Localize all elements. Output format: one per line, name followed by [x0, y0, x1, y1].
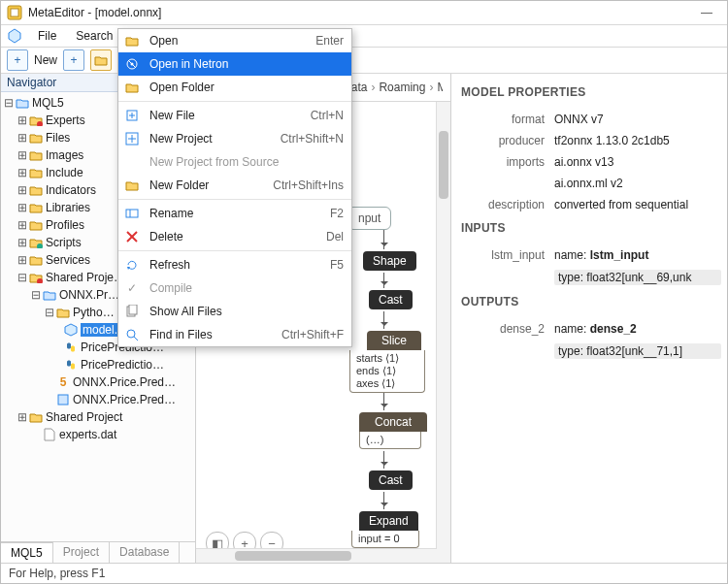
svg-rect-23 [129, 305, 137, 314]
nav-tab-database[interactable]: Database [110, 542, 180, 563]
file-icon [42, 428, 57, 441]
open-folder-button[interactable] [90, 49, 112, 71]
tree-item[interactable]: Shared Proje… [46, 271, 125, 284]
ctx-compile: ✓Compile [118, 276, 351, 300]
onnx-file-icon [63, 323, 79, 337]
tree-item[interactable]: Profiles [46, 218, 84, 232]
tree-item[interactable]: Include [46, 166, 83, 179]
prop-val: name: dense_2 [554, 322, 721, 336]
graph-node[interactable]: Cast [369, 290, 413, 309]
prop-key: lstm_input [461, 248, 554, 262]
ctx-new-project-source: New Project from Source [118, 150, 351, 174]
ctx-show-all-files[interactable]: Show All Files [118, 300, 351, 323]
graph-node[interactable]: Concat [359, 412, 427, 432]
graph-input[interactable]: nput [347, 207, 391, 230]
vertical-scrollbar[interactable] [436, 102, 450, 563]
menu-file[interactable]: File [34, 27, 60, 45]
tree-item[interactable]: Images [46, 148, 83, 162]
svg-point-24 [127, 330, 135, 338]
tree-item[interactable]: PricePredictio… [81, 358, 164, 372]
ctx-new-file[interactable]: New FileCtrl+N [118, 104, 351, 127]
nav-tab-project[interactable]: Project [53, 542, 110, 563]
new-plus-button[interactable]: + [63, 49, 84, 71]
graph-node-detail: starts ⟨1⟩ends ⟨1⟩axes ⟨1⟩ [349, 350, 425, 393]
prop-key: format [461, 113, 554, 126]
new-file-button[interactable]: + [7, 49, 28, 71]
ctx-refresh[interactable]: RefreshF5 [118, 253, 351, 276]
files-icon [122, 303, 142, 320]
folder-icon [122, 79, 142, 96]
hex-icon [7, 28, 22, 44]
prop-val: name: lstm_input [554, 248, 721, 262]
ctx-open[interactable]: OpenEnter [118, 29, 351, 52]
section-inputs: INPUTS [461, 221, 721, 235]
svg-rect-7 [58, 395, 68, 405]
rename-icon [122, 205, 142, 222]
open-file-icon [122, 32, 142, 49]
window-title: MetaEditor - [model.onnx] [28, 6, 161, 19]
ctx-new-project[interactable]: New ProjectCtrl+Shift+N [118, 127, 351, 150]
crumb[interactable]: MetaQu… [437, 81, 443, 94]
graph-node[interactable]: Slice [367, 331, 421, 350]
tree-item[interactable]: Experts [46, 114, 85, 127]
search-icon [122, 326, 142, 343]
prop-val: type: float32[unk__71,1] [554, 343, 721, 359]
prop-val: converted from sequential [554, 198, 721, 211]
nav-tab-mql5[interactable]: MQL5 [1, 541, 53, 563]
crumb[interactable]: Roaming [379, 81, 425, 94]
svg-rect-1 [11, 9, 18, 16]
prop-val: tf2onnx 1.13.0 2c1db5 [554, 134, 721, 147]
python-file-icon [63, 341, 79, 354]
tree-item[interactable]: Indicators [46, 183, 96, 197]
new-folder-icon [122, 177, 142, 194]
properties-panel: MODEL PROPERTIES formatONNX v7 producert… [451, 74, 727, 563]
tree-item[interactable]: Scripts [46, 236, 82, 249]
check-icon: ✓ [122, 279, 142, 297]
delete-icon [122, 228, 142, 245]
python-file-icon [63, 358, 79, 372]
tree-item[interactable]: Libraries [46, 201, 90, 214]
prop-val: ai.onnx.ml v2 [554, 177, 721, 190]
ctx-open-in-netron[interactable]: Open in Netron [118, 52, 351, 76]
graph-node[interactable]: Cast [369, 470, 413, 490]
tree-item[interactable]: experts.dat [59, 428, 116, 441]
app-icon [7, 5, 22, 20]
ctx-open-folder[interactable]: Open Folder [118, 76, 351, 99]
graph-node-detail: (…) [359, 432, 421, 449]
new-project-icon [122, 130, 142, 147]
graph-node-detail: input = 0 [351, 531, 419, 548]
prop-val: type: float32[unk__69,unk [554, 270, 721, 285]
svg-rect-17 [126, 210, 138, 217]
refresh-icon [122, 256, 142, 274]
tree-item[interactable]: ONNX.Pr… [59, 288, 119, 302]
project-file-icon [55, 393, 71, 406]
prop-key: dense_2 [461, 322, 554, 336]
status-text: For Help, press F1 [9, 567, 105, 580]
tree-root[interactable]: MQL5 [32, 96, 64, 110]
section-model-properties: MODEL PROPERTIES [461, 85, 721, 99]
ctx-new-folder[interactable]: New FolderCtrl+Shift+Ins [118, 174, 351, 197]
prop-val: ai.onnx v13 [554, 155, 721, 169]
svg-marker-6 [65, 324, 77, 336]
tree-item[interactable]: Services [46, 253, 90, 267]
tree-item[interactable]: ONNX.Price.Pred… [73, 375, 176, 389]
tree-item[interactable]: Shared Project [46, 410, 122, 424]
horizontal-scrollbar[interactable] [196, 548, 437, 563]
tree-item[interactable]: Pytho… [73, 306, 115, 319]
section-outputs: OUTPUTS [461, 295, 721, 308]
prop-key: description [461, 198, 554, 211]
ctx-rename[interactable]: RenameF2 [118, 202, 351, 225]
prop-key: producer [461, 134, 554, 147]
prop-key: imports [461, 155, 554, 169]
ctx-find-in-files[interactable]: Find in FilesCtrl+Shift+F [118, 323, 351, 346]
graph-node[interactable]: Expand [359, 511, 418, 531]
context-menu[interactable]: OpenEnter Open in Netron Open Folder New… [117, 28, 352, 347]
minimize-button[interactable]: — [692, 6, 721, 19]
tree-item[interactable]: ONNX.Price.Pred… [73, 393, 176, 406]
menu-search[interactable]: Search [72, 27, 116, 45]
tree-item[interactable]: Files [46, 131, 70, 145]
graph-node[interactable]: Shape [363, 251, 416, 271]
new-file-icon [122, 107, 142, 124]
ctx-delete[interactable]: DeleteDel [118, 225, 351, 248]
new-label[interactable]: New [34, 53, 57, 67]
